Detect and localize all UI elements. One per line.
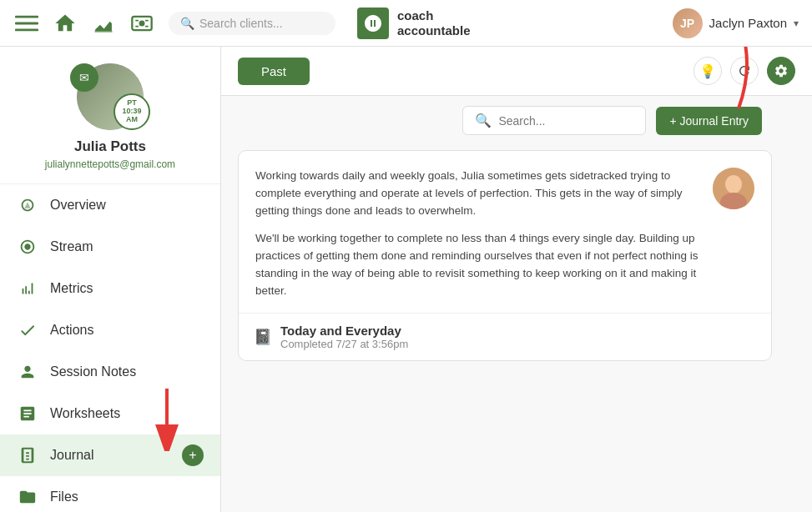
content-header: Past 💡 [221, 47, 812, 96]
sidebar-item-label: Stream [50, 239, 93, 254]
home-icon[interactable] [52, 10, 78, 37]
chevron-down-icon: ▾ [794, 18, 799, 29]
client-avatar-wrap: ✉ PT 10:39 AM [77, 63, 144, 130]
header-actions: 💡 [693, 57, 795, 85]
search-icon: 🔍 [475, 113, 492, 128]
journal-icon [17, 444, 38, 466]
search-field[interactable]: 🔍 [462, 106, 646, 135]
email-icon[interactable]: ✉ [70, 63, 98, 92]
refresh-button[interactable] [730, 57, 759, 85]
svg-rect-2 [15, 28, 38, 31]
content-scroll: Working towards daily and weekly goals, … [221, 142, 812, 512]
client-search[interactable]: 🔍 Search clients... [169, 12, 335, 35]
actions-icon [17, 319, 38, 341]
sidebar-item-label: Worksheets [50, 406, 120, 421]
brand-logo-area: coach accountable [357, 8, 471, 39]
sidebar-item-journal[interactable]: Journal + [0, 434, 220, 476]
settings-button[interactable] [767, 57, 795, 85]
sidebar-item-label: Session Notes [50, 364, 136, 379]
svg-point-4 [139, 20, 145, 26]
worksheet-title: Today and Everyday [280, 324, 408, 338]
journal-entry-button[interactable]: + Journal Entry [656, 107, 762, 135]
journal-card-footer: 📓 Today and Everyday Completed 7/27 at 3… [239, 313, 771, 360]
search-bar-area: 🔍 + Journal Entry [221, 96, 812, 142]
sidebar-item-session-notes[interactable]: Session Notes [0, 351, 220, 393]
tab-past[interactable]: Past [238, 58, 310, 85]
journal-author-avatar [713, 168, 754, 209]
worksheets-icon [17, 403, 38, 424]
sidebar-item-label: Metrics [50, 281, 93, 296]
stream-icon [17, 236, 38, 258]
sidebar-item-files[interactable]: Files [0, 476, 220, 512]
client-name: Julia Potts [74, 138, 146, 155]
client-header: ✉ PT 10:39 AM Julia Potts julialynnettep… [0, 47, 220, 184]
svg-rect-0 [15, 15, 38, 18]
sidebar-item-stream[interactable]: Stream [0, 226, 220, 268]
brand-name: coach accountable [397, 8, 471, 38]
content-area: Past 💡 🔍 + Journal Entry [221, 47, 812, 512]
lightbulb-button[interactable]: 💡 [693, 57, 722, 85]
sidebar-item-actions[interactable]: Actions [0, 309, 220, 351]
sidebar-item-label: Overview [50, 198, 106, 213]
user-menu[interactable]: JP Jaclyn Paxton ▾ [673, 8, 799, 38]
top-nav: 🔍 Search clients... coach accountable JP… [0, 0, 812, 47]
metrics-icon [17, 278, 38, 299]
overview-icon [17, 194, 38, 216]
session-notes-icon [17, 361, 38, 383]
sidebar-item-metrics[interactable]: Metrics [0, 268, 220, 309]
brand-icon [357, 8, 389, 39]
journal-paragraph-2: We'll be working together to complete no… [255, 230, 701, 300]
sidebar-item-worksheets[interactable]: Worksheets [0, 393, 220, 434]
sidebar-item-label: Files [50, 489, 78, 504]
journal-card: Working towards daily and weekly goals, … [238, 150, 772, 361]
main-layout: ✉ PT 10:39 AM Julia Potts julialynnettep… [0, 47, 812, 512]
search-placeholder: Search clients... [199, 17, 283, 30]
sidebar-item-overview[interactable]: Overview [0, 184, 220, 226]
nav-icon-group [13, 10, 155, 37]
chart-icon[interactable] [90, 10, 117, 37]
search-input[interactable] [498, 114, 633, 128]
worksheet-completed: Completed 7/27 at 3:56pm [280, 338, 408, 350]
sidebar: ✉ PT 10:39 AM Julia Potts julialynnettep… [0, 47, 221, 512]
sidebar-item-label: Journal [50, 448, 93, 463]
client-email: julialynnettepotts@gmail.com [45, 158, 175, 170]
user-name: Jaclyn Paxton [709, 16, 787, 30]
journal-add-button[interactable]: + [182, 444, 204, 466]
money-icon[interactable] [129, 10, 155, 37]
worksheet-info: Today and Everyday Completed 7/27 at 3:5… [280, 324, 408, 350]
svg-point-9 [725, 175, 742, 193]
journal-card-body: Working towards daily and weekly goals, … [239, 151, 771, 313]
user-avatar: JP [673, 8, 703, 38]
search-icon: 🔍 [180, 17, 194, 30]
sidebar-item-label: Actions [50, 323, 93, 338]
hamburger-icon[interactable] [13, 10, 40, 37]
files-icon [17, 486, 38, 508]
journal-card-text: Working towards daily and weekly goals, … [255, 168, 701, 299]
worksheet-icon: 📓 [254, 328, 272, 346]
client-badge: PT 10:39 AM [113, 93, 150, 130]
journal-paragraph-1: Working towards daily and weekly goals, … [255, 168, 701, 220]
svg-rect-1 [15, 22, 38, 24]
